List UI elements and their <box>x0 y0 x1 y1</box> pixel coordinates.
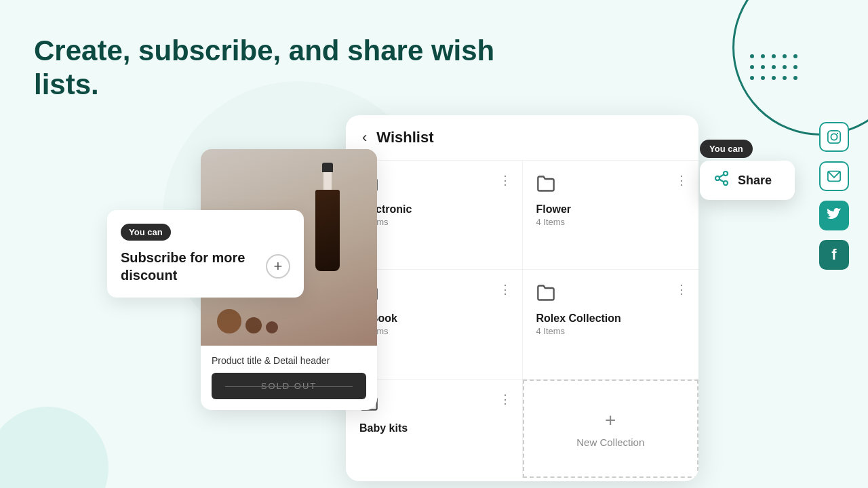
more-options-ebook[interactable]: ⋮ <box>499 282 511 297</box>
share-dropdown: Share <box>700 161 795 200</box>
svg-point-5 <box>715 176 719 180</box>
more-options-rolex[interactable]: ⋮ <box>675 282 688 297</box>
subscribe-card: You can Subscribe for more discount + <box>107 210 304 298</box>
folder-name-flower: Flower <box>536 203 686 216</box>
facebook-icon[interactable]: f <box>819 240 849 270</box>
folder-count-rolex: 4 Items <box>536 326 686 336</box>
you-can-badge-share: You can <box>700 140 753 158</box>
folder-icon-rolex <box>536 283 686 307</box>
svg-rect-0 <box>828 131 840 143</box>
svg-point-4 <box>724 171 728 176</box>
svg-line-8 <box>719 175 724 178</box>
social-icons-panel: f <box>819 122 849 270</box>
main-headline: Create, subscribe, and share wish lists. <box>34 34 494 102</box>
svg-point-1 <box>831 134 837 140</box>
wishlist-item-flower[interactable]: Flower 4 Items ⋮ <box>523 161 699 269</box>
email-icon[interactable] <box>819 161 849 191</box>
dots-grid-decoration <box>750 54 800 83</box>
folder-icon-electronic <box>359 174 509 198</box>
svg-line-7 <box>719 180 724 182</box>
wishlist-title: Wishlist <box>376 129 433 146</box>
headline-line2: lists. <box>34 68 99 100</box>
bg-circle-bottom-left <box>0 407 108 488</box>
svg-point-2 <box>837 133 838 134</box>
wishlist-grid: Electronic 4 Items ⋮ Flower 4 Items ⋮ E-… <box>346 161 698 478</box>
twitter-icon[interactable] <box>819 201 849 230</box>
wishlist-panel: ‹ Wishlist Electronic 4 Items ⋮ Flower 4… <box>346 115 698 481</box>
folder-name-rolex: Rolex Collection <box>536 312 686 325</box>
share-icon <box>713 170 730 190</box>
new-collection-plus-icon: + <box>605 409 616 431</box>
headline-line1: Create, subscribe, and share wish <box>34 35 494 66</box>
more-options-electronic[interactable]: ⋮ <box>499 173 511 188</box>
subscribe-plus-button[interactable]: + <box>266 254 290 279</box>
more-options-babykits[interactable]: ⋮ <box>499 392 511 407</box>
folder-name-ebook: E-Book <box>359 312 509 325</box>
folder-name-babykits: Baby kits <box>359 422 509 434</box>
folder-icon-flower <box>536 174 686 198</box>
folder-count-ebook: 4 Items <box>359 326 509 336</box>
folder-icon-babykits <box>359 393 509 417</box>
product-title: Product title & Detail header <box>212 355 366 366</box>
folder-name-electronic: Electronic <box>359 203 509 216</box>
facebook-letter: f <box>831 246 836 264</box>
new-collection-label: New Collection <box>576 436 644 448</box>
back-arrow-icon[interactable]: ‹ <box>362 129 367 146</box>
instagram-icon[interactable] <box>819 122 849 152</box>
folder-icon-ebook <box>359 283 509 307</box>
sold-out-line <box>225 386 353 387</box>
svg-point-6 <box>724 181 728 185</box>
wishlist-item-new-collection[interactable]: + New Collection <box>523 380 699 478</box>
subscribe-text: Subscribe for more discount <box>121 249 259 284</box>
folder-count-flower: 4 Items <box>536 217 686 227</box>
product-info: Product title & Detail header SOLD OUT <box>201 346 377 410</box>
wishlist-header: ‹ Wishlist <box>346 115 698 161</box>
you-can-badge-subscribe: You can <box>121 224 171 241</box>
you-can-share-popup: You can Share <box>700 140 795 200</box>
subscribe-row: Subscribe for more discount + <box>121 249 290 284</box>
more-options-flower[interactable]: ⋮ <box>675 173 688 188</box>
wishlist-item-rolex[interactable]: Rolex Collection 4 Items ⋮ <box>523 270 699 378</box>
folder-count-electronic: 4 Items <box>359 217 509 227</box>
share-label[interactable]: Share <box>738 174 772 188</box>
sold-out-button[interactable]: SOLD OUT <box>212 373 366 399</box>
